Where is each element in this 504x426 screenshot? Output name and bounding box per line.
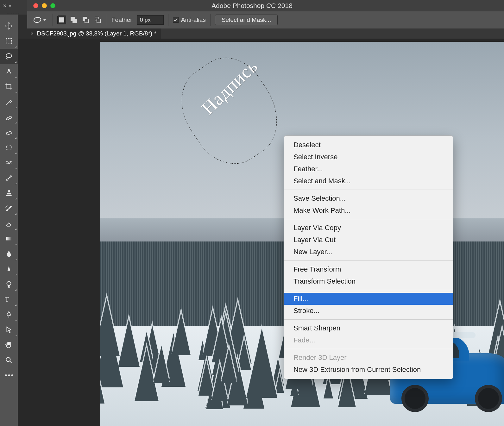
menu-item[interactable]: Deselect: [284, 139, 453, 151]
content-aware-tool[interactable]: [0, 155, 18, 170]
separator: [107, 14, 107, 26]
quick-select-tool[interactable]: [0, 64, 18, 79]
zoom-tool[interactable]: [0, 353, 18, 368]
workspace: Надпись DeselectSelect InverseFeather...…: [18, 39, 504, 426]
checkbox-icon: [173, 17, 179, 23]
selection-mode-group: [57, 16, 102, 24]
marquee-tool[interactable]: [0, 34, 18, 49]
window-controls: [33, 3, 55, 8]
lasso-tool[interactable]: [0, 49, 18, 64]
svg-point-2: [8, 70, 9, 71]
app-title: Adobe Photoshop CC 2018: [0, 2, 504, 9]
close-tab-icon[interactable]: ×: [30, 30, 34, 37]
menu-item[interactable]: Stroke...: [284, 305, 453, 317]
brush-tool[interactable]: [0, 170, 18, 185]
more-tool[interactable]: •••: [0, 368, 18, 383]
document-tab-bar: × DSCF2903.jpg @ 33,3% (Layer 1, RGB/8*)…: [27, 28, 504, 39]
svg-rect-6: [6, 237, 11, 241]
svg-point-8: [6, 357, 10, 361]
menu-item[interactable]: Layer Via Cut: [284, 234, 453, 246]
crop-tool[interactable]: [0, 79, 18, 94]
separator: [53, 14, 53, 26]
panel-close-icon[interactable]: ×: [3, 3, 7, 9]
svg-rect-4: [6, 131, 12, 135]
svg-rect-0: [6, 38, 11, 44]
panel-expand-icon[interactable]: »: [9, 3, 12, 8]
eyedropper-tool[interactable]: [0, 94, 18, 110]
eraser-tool[interactable]: [0, 216, 18, 231]
tool-preset-picker[interactable]: [32, 16, 48, 24]
tool-palette: T•••: [0, 15, 18, 426]
pen-alt-tool[interactable]: [0, 277, 18, 292]
menu-separator: [284, 349, 453, 349]
selection-add-button[interactable]: [69, 16, 78, 24]
antialias-label: Anti-alias: [181, 16, 206, 23]
svg-rect-3: [6, 116, 12, 120]
separator: [210, 14, 211, 26]
svg-rect-5: [6, 145, 11, 150]
move-tool[interactable]: [0, 18, 18, 34]
title-bar: Adobe Photoshop CC 2018: [0, 0, 504, 11]
window-close-icon[interactable]: [33, 3, 38, 8]
document-tab[interactable]: × DSCF2903.jpg @ 33,3% (Layer 1, RGB/8*)…: [27, 28, 161, 39]
menu-item[interactable]: Select and Mask...: [284, 175, 453, 187]
menu-item[interactable]: New 3D Extrusion from Current Selection: [284, 364, 453, 376]
menu-item[interactable]: Feather...: [284, 163, 453, 175]
feather-input[interactable]: [137, 15, 164, 25]
menu-separator: [284, 219, 453, 219]
lasso-icon: [34, 17, 41, 23]
context-menu: DeselectSelect InverseFeather...Select a…: [284, 135, 453, 379]
menu-separator: [284, 190, 453, 190]
type-tool[interactable]: T: [0, 292, 18, 307]
selection-intersect-button[interactable]: [93, 16, 102, 24]
gradient-tool[interactable]: [0, 231, 18, 246]
healing-brush-tool[interactable]: [0, 110, 18, 125]
menu-item[interactable]: Save Selection...: [284, 192, 453, 204]
menu-item[interactable]: Free Transform: [284, 263, 453, 275]
menu-separator: [284, 319, 453, 320]
menu-item[interactable]: Transform Selection: [284, 275, 453, 287]
menu-item[interactable]: New Layer...: [284, 246, 453, 258]
antialias-checkbox[interactable]: Anti-alias: [173, 16, 206, 23]
stamp-tool[interactable]: [0, 185, 18, 201]
feather-group: Feather:: [111, 15, 164, 25]
path-select-tool[interactable]: [0, 322, 18, 337]
selection-subtract-button[interactable]: [81, 16, 90, 24]
menu-item[interactable]: Select Inverse: [284, 151, 453, 163]
feather-label: Feather:: [111, 16, 134, 23]
window-minimize-icon[interactable]: [42, 3, 47, 8]
dodge-tool[interactable]: [0, 261, 18, 277]
hand-tool[interactable]: [0, 337, 18, 353]
menu-item: Render 3D Layer: [284, 352, 453, 364]
menu-item: Fade...: [284, 334, 453, 346]
chevron-down-icon: [43, 19, 46, 21]
pen-tool[interactable]: [0, 307, 18, 322]
panel-grip[interactable]: [0, 11, 27, 15]
blur-tool[interactable]: [0, 246, 18, 261]
menu-separator: [284, 290, 453, 290]
menu-item[interactable]: Fill...: [284, 293, 453, 305]
options-bar: Feather: Anti-alias Select and Mask...: [27, 11, 504, 28]
document-canvas[interactable]: Надпись DeselectSelect InverseFeather...…: [100, 42, 504, 426]
eraser2-tool[interactable]: [0, 125, 18, 140]
svg-point-1: [6, 53, 11, 58]
separator: [168, 14, 168, 26]
menu-item[interactable]: Smart Sharpen: [284, 322, 453, 334]
menu-item[interactable]: Make Work Path...: [284, 204, 453, 216]
panel-tab: × »: [0, 0, 27, 11]
selection-new-button[interactable]: [57, 16, 66, 24]
menu-separator: [284, 260, 453, 261]
history-brush-tool[interactable]: [0, 201, 18, 216]
window-zoom-icon[interactable]: [50, 3, 55, 8]
select-and-mask-button[interactable]: Select and Mask...: [215, 15, 278, 25]
menu-item[interactable]: Layer Via Copy: [284, 222, 453, 234]
patch-tool[interactable]: [0, 140, 18, 155]
document-tab-label: DSCF2903.jpg @ 33,3% (Layer 1, RGB/8*) *: [37, 30, 156, 37]
